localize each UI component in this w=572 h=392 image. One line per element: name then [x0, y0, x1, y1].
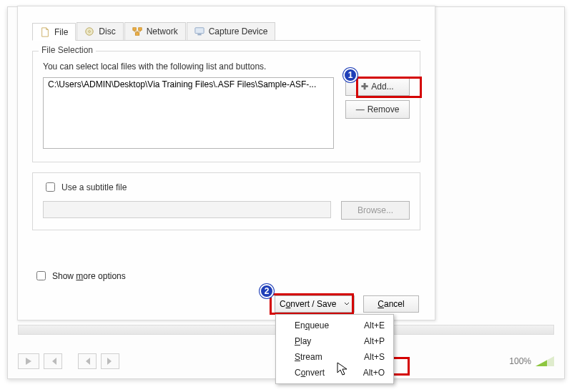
file-list-item[interactable]: C:\Users\ADMIN\Desktop\Via Training File… [48, 79, 329, 89]
menu-item-hotkey: Alt+P [364, 336, 385, 346]
tab-network-label: Network [147, 26, 178, 36]
browse-button: Browse... [341, 201, 410, 220]
tab-capture[interactable]: Capture Device [187, 22, 276, 40]
tab-bar: File Disc Network Capture Device [32, 22, 420, 41]
disc-icon [84, 26, 94, 36]
menu-item-label: Convert [295, 368, 325, 378]
cancel-label: Cancel [378, 299, 404, 309]
menu-item-enqueue[interactable]: Enqueue Alt+E [276, 318, 393, 333]
convert-menu: Enqueue Alt+E Play Alt+P Stream Alt+S Co… [275, 314, 394, 384]
show-more-checkbox[interactable]: Show more options [34, 269, 126, 283]
svg-rect-5 [195, 28, 204, 34]
volume-text: 100% [509, 356, 531, 366]
subtitle-checkbox[interactable]: Use a subtitle file [43, 180, 410, 194]
callout-badge-1: 1 [343, 68, 358, 82]
dropdown-arrow-icon [344, 299, 350, 309]
file-selection-group: File Selection You can select local file… [32, 51, 420, 162]
plus-icon: ✚ [361, 82, 368, 92]
play-button[interactable] [18, 353, 39, 369]
tab-file-label: File [54, 27, 68, 37]
tab-disc[interactable]: Disc [77, 22, 123, 40]
convert-save-button[interactable]: Convert / Save Enqueue Alt+E Play Alt+P … [275, 295, 355, 313]
cancel-button[interactable]: Cancel [363, 295, 419, 313]
menu-item-label: Play [295, 336, 311, 346]
browse-button-label: Browse... [358, 205, 393, 215]
menu-item-hotkey: Alt+E [364, 320, 385, 330]
tab-disc-label: Disc [99, 26, 115, 36]
open-media-dialog: File Disc Network Capture Device [17, 6, 435, 320]
network-icon [132, 26, 142, 36]
callout-badge-2: 2 [260, 284, 274, 298]
subtitle-checkbox-label: Use a subtitle file [61, 182, 127, 192]
convert-save-label: Convert / Save [280, 299, 336, 309]
file-selection-legend: File Selection [39, 45, 96, 55]
menu-item-label: Stream [295, 352, 322, 362]
svg-rect-6 [197, 34, 201, 36]
svg-point-1 [89, 31, 91, 33]
dialog-button-bar: Convert / Save Enqueue Alt+E Play Alt+P … [275, 295, 419, 313]
menu-item-stream[interactable]: Stream Alt+S [276, 349, 393, 365]
show-more-label: Show more options [52, 271, 126, 281]
next-track-button[interactable] [101, 353, 119, 369]
prev-button[interactable] [44, 353, 62, 369]
menu-item-hotkey: Alt+S [364, 352, 385, 362]
remove-button[interactable]: — Remove [345, 100, 410, 119]
minus-icon: — [356, 104, 365, 114]
volume-slider-icon[interactable] [536, 356, 554, 366]
menu-item-label: Enqueue [295, 320, 329, 330]
tab-network[interactable]: Network [124, 22, 186, 40]
menu-item-convert[interactable]: Convert Alt+O [276, 365, 393, 381]
subtitle-checkbox-input[interactable] [46, 182, 55, 192]
subtitle-path-input [43, 201, 331, 218]
add-button-label: Add... [371, 82, 393, 92]
file-list[interactable]: C:\Users\ADMIN\Desktop\Via Training File… [43, 77, 334, 149]
menu-item-hotkey: Alt+O [363, 368, 385, 378]
file-icon [40, 27, 50, 37]
svg-rect-3 [138, 28, 141, 31]
prev-track-button[interactable] [78, 353, 97, 369]
capture-icon [194, 26, 204, 36]
volume-control[interactable]: 100% [509, 356, 554, 366]
svg-rect-4 [135, 33, 139, 36]
menu-item-play[interactable]: Play Alt+P [276, 333, 393, 349]
svg-rect-2 [133, 28, 136, 31]
tab-capture-label: Capture Device [209, 26, 268, 36]
tab-file[interactable]: File [32, 23, 76, 41]
remove-button-label: Remove [368, 104, 400, 114]
subtitle-group: Use a subtitle file Browse... [32, 172, 420, 230]
show-more-checkbox-input[interactable] [36, 271, 46, 280]
